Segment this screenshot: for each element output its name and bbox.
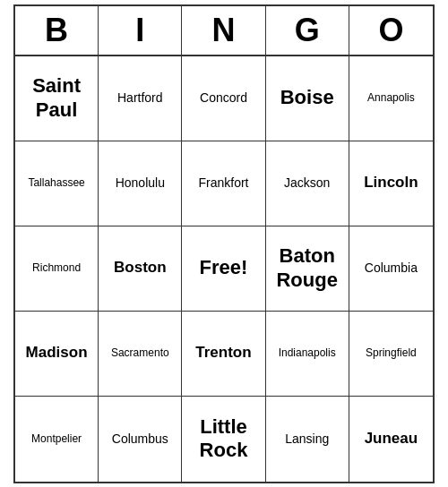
cell-text: Richmond bbox=[32, 261, 81, 274]
cell-text: Juneau bbox=[365, 430, 418, 448]
bingo-cell: Annapolis bbox=[349, 56, 433, 141]
bingo-cell: Honolulu bbox=[99, 141, 182, 226]
cell-text: Free! bbox=[200, 256, 248, 279]
cell-text: Springfield bbox=[366, 346, 417, 359]
header-letter: O bbox=[349, 6, 433, 55]
cell-text: Honolulu bbox=[116, 175, 165, 191]
bingo-cell: Hartford bbox=[99, 56, 182, 141]
header-letter: I bbox=[99, 6, 182, 55]
cell-text: Baton Rouge bbox=[270, 244, 345, 292]
bingo-cell: Frankfort bbox=[182, 141, 265, 226]
cell-text: Little Rock bbox=[185, 415, 261, 463]
cell-text: Tallahassee bbox=[28, 176, 84, 189]
bingo-cell: Jackson bbox=[266, 141, 349, 226]
bingo-cell: Lansing bbox=[266, 397, 349, 482]
header-letter: N bbox=[182, 6, 265, 55]
bingo-header: BINGO bbox=[15, 6, 433, 56]
bingo-cell: Concord bbox=[182, 56, 265, 141]
cell-text: Trenton bbox=[195, 344, 251, 362]
cell-text: Montpelier bbox=[31, 432, 82, 445]
header-letter: G bbox=[266, 6, 349, 55]
cell-text: Saint Paul bbox=[19, 74, 94, 122]
bingo-cell: Tallahassee bbox=[15, 141, 99, 226]
bingo-grid: Saint PaulHartfordConcordBoiseAnnapolisT… bbox=[15, 56, 433, 482]
cell-text: Boise bbox=[280, 86, 334, 109]
bingo-cell: Indianapolis bbox=[266, 312, 349, 397]
bingo-cell: Juneau bbox=[349, 397, 433, 482]
bingo-cell: Columbus bbox=[99, 397, 182, 482]
bingo-cell: Columbia bbox=[349, 226, 433, 312]
cell-text: Boston bbox=[114, 259, 167, 277]
cell-text: Madison bbox=[26, 344, 88, 362]
bingo-cell: Saint Paul bbox=[15, 56, 99, 141]
bingo-cell: Baton Rouge bbox=[266, 226, 349, 312]
cell-text: Hartford bbox=[117, 90, 163, 106]
bingo-cell: Madison bbox=[15, 312, 99, 397]
bingo-cell: Springfield bbox=[349, 312, 433, 397]
cell-text: Lincoln bbox=[364, 174, 418, 192]
bingo-cell: Lincoln bbox=[349, 141, 433, 226]
bingo-cell: Trenton bbox=[182, 312, 265, 397]
cell-text: Lansing bbox=[285, 431, 329, 447]
bingo-cell: Little Rock bbox=[182, 397, 265, 482]
bingo-cell: Free! bbox=[182, 226, 265, 312]
bingo-cell: Sacramento bbox=[99, 312, 182, 397]
cell-text: Jackson bbox=[284, 175, 330, 191]
bingo-cell: Boise bbox=[266, 56, 349, 141]
bingo-cell: Richmond bbox=[15, 226, 99, 312]
cell-text: Concord bbox=[200, 90, 247, 106]
bingo-cell: Boston bbox=[99, 226, 182, 312]
cell-text: Sacramento bbox=[111, 346, 169, 359]
header-letter: B bbox=[15, 6, 99, 55]
cell-text: Annapolis bbox=[367, 91, 415, 104]
cell-text: Indianapolis bbox=[279, 346, 336, 359]
bingo-cell: Montpelier bbox=[15, 397, 99, 482]
cell-text: Frankfort bbox=[198, 175, 248, 191]
cell-text: Columbus bbox=[112, 431, 168, 447]
cell-text: Columbia bbox=[365, 261, 418, 276]
bingo-card: BINGO Saint PaulHartfordConcordBoiseAnna… bbox=[13, 4, 435, 483]
